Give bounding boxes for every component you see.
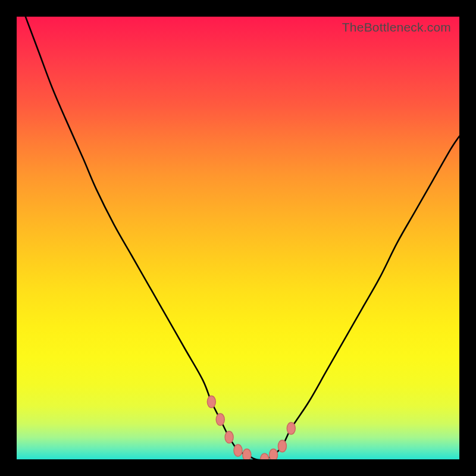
curve-marker — [243, 449, 251, 459]
curve-marker — [234, 444, 242, 456]
curve-marker — [225, 431, 233, 443]
plot-area: TheBottleneck.com — [17, 17, 459, 459]
curve-marker — [261, 453, 269, 459]
curve-markers — [207, 396, 295, 459]
curve-marker — [270, 449, 278, 459]
curve-marker — [216, 414, 224, 425]
chart-frame: TheBottleneck.com — [0, 0, 476, 476]
curve-marker — [278, 440, 286, 452]
watermark-text: TheBottleneck.com — [342, 20, 451, 35]
chart-svg — [17, 17, 459, 459]
curve-marker — [207, 396, 215, 408]
curve-marker — [287, 422, 295, 434]
bottleneck-curve — [26, 17, 459, 459]
